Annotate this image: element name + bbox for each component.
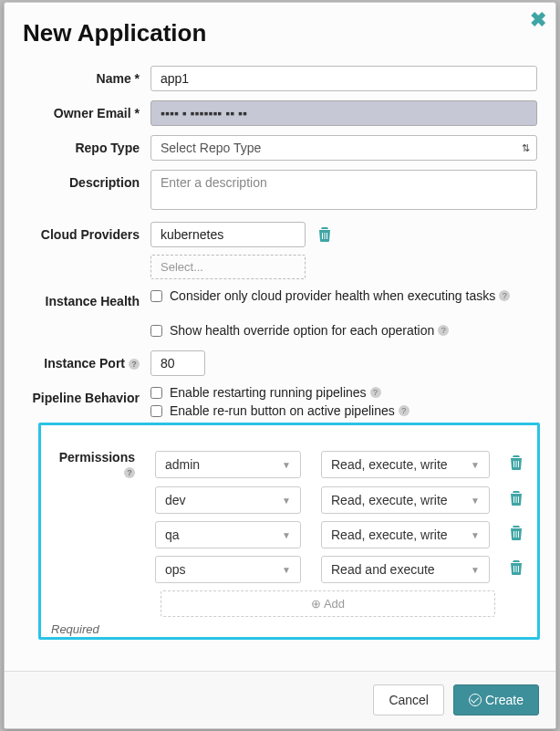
chevron-down-icon: ▼ bbox=[471, 460, 480, 470]
pipeline-behavior-label: Pipeline Behavior bbox=[23, 385, 150, 411]
help-icon[interactable]: ? bbox=[438, 325, 449, 336]
help-icon[interactable]: ? bbox=[499, 290, 510, 301]
repo-type-select[interactable]: Select Repo Type bbox=[150, 135, 537, 161]
chevron-down-icon: ▼ bbox=[471, 565, 480, 575]
permission-level-dropdown[interactable]: Read, execute, write▼ bbox=[321, 451, 490, 478]
instance-port-label: Instance Port? bbox=[23, 350, 150, 376]
repo-type-label: Repo Type bbox=[23, 135, 150, 161]
checkbox-input[interactable] bbox=[150, 387, 162, 399]
permission-level-dropdown[interactable]: Read and execute▼ bbox=[321, 556, 490, 583]
chevron-down-icon: ▼ bbox=[282, 565, 291, 575]
cloud-provider-select[interactable]: Select... bbox=[150, 255, 306, 279]
owner-email-label: Owner Email * bbox=[23, 100, 150, 126]
health-only-provider-checkbox[interactable]: Consider only cloud provider health when… bbox=[150, 288, 537, 303]
description-textarea[interactable] bbox=[150, 170, 537, 210]
owner-email-input[interactable]: ▪▪▪▪ ▪ ▪▪▪▪▪▪▪ ▪▪ ▪▪ bbox=[150, 100, 537, 126]
help-icon[interactable]: ? bbox=[370, 387, 381, 398]
checkbox-label: Enable restarting running pipelines bbox=[170, 385, 367, 400]
dropdown-value: Read, execute, write bbox=[331, 457, 448, 472]
modal-header: New Application ✖ bbox=[5, 3, 555, 47]
help-icon[interactable]: ? bbox=[124, 467, 135, 478]
required-note: Required bbox=[51, 622, 99, 636]
create-label: Create bbox=[485, 693, 524, 707]
pipeline-restart-checkbox[interactable]: Enable restarting running pipelines ? bbox=[150, 385, 537, 400]
help-icon[interactable]: ? bbox=[399, 405, 410, 416]
trash-icon[interactable] bbox=[510, 491, 523, 509]
name-label: Name * bbox=[23, 66, 150, 91]
cloud-providers-label: Cloud Providers bbox=[23, 222, 150, 247]
checkbox-label: Consider only cloud provider health when… bbox=[170, 288, 495, 303]
checkbox-input[interactable] bbox=[150, 325, 162, 337]
permission-level-dropdown[interactable]: Read, execute, write▼ bbox=[321, 521, 490, 548]
name-input[interactable] bbox=[150, 66, 537, 91]
trash-icon[interactable] bbox=[318, 230, 331, 245]
permission-role-dropdown[interactable]: ops▼ bbox=[155, 556, 301, 583]
new-application-modal: New Application ✖ Name * Owner Email * ▪… bbox=[4, 2, 556, 729]
close-icon[interactable]: ✖ bbox=[530, 10, 546, 30]
trash-icon[interactable] bbox=[510, 560, 523, 579]
checkbox-input[interactable] bbox=[150, 405, 162, 417]
health-override-checkbox[interactable]: Show health override option for each ope… bbox=[150, 323, 537, 338]
modal-footer: Cancel Create bbox=[5, 671, 555, 728]
dropdown-value: Read, execute, write bbox=[331, 493, 448, 507]
dropdown-value: qa bbox=[165, 527, 180, 542]
instance-health-label: Instance Health bbox=[23, 288, 150, 314]
dropdown-value: ops bbox=[165, 562, 186, 577]
permission-role-dropdown[interactable]: dev▼ bbox=[155, 486, 301, 514]
trash-icon[interactable] bbox=[510, 526, 523, 544]
cancel-button[interactable]: Cancel bbox=[373, 684, 444, 715]
pipeline-rerun-checkbox[interactable]: Enable re-run button on active pipelines… bbox=[150, 403, 537, 418]
permission-level-dropdown[interactable]: Read, execute, write▼ bbox=[321, 486, 490, 514]
check-circle-icon bbox=[469, 694, 482, 706]
create-button[interactable]: Create bbox=[453, 684, 539, 715]
dropdown-value: Read, execute, write bbox=[331, 527, 448, 542]
checkbox-input[interactable] bbox=[150, 290, 162, 302]
chevron-down-icon: ▼ bbox=[471, 530, 480, 540]
add-label: Add bbox=[324, 597, 345, 611]
permission-role-dropdown[interactable]: admin▼ bbox=[155, 451, 301, 478]
permission-role-dropdown[interactable]: qa▼ bbox=[155, 521, 301, 548]
cloud-provider-tag[interactable]: kubernetes bbox=[150, 222, 306, 247]
checkbox-label: Enable re-run button on active pipelines bbox=[170, 403, 395, 418]
chevron-down-icon: ▼ bbox=[282, 530, 291, 540]
checkbox-label: Show health override option for each ope… bbox=[170, 323, 434, 338]
chevron-down-icon: ▼ bbox=[282, 460, 291, 470]
description-label: Description bbox=[23, 170, 150, 195]
add-permission-button[interactable]: ⊕ Add bbox=[161, 590, 495, 617]
permissions-section: Permissions ?admin▼Read, execute, write▼… bbox=[38, 423, 540, 640]
help-icon[interactable]: ? bbox=[129, 359, 140, 370]
plus-circle-icon: ⊕ bbox=[311, 597, 321, 611]
dropdown-value: admin bbox=[165, 457, 200, 472]
chevron-down-icon: ▼ bbox=[282, 496, 291, 506]
dropdown-value: dev bbox=[165, 493, 186, 507]
modal-title: New Application bbox=[23, 19, 537, 47]
chevron-down-icon: ▼ bbox=[471, 496, 480, 506]
trash-icon[interactable] bbox=[510, 455, 523, 474]
permissions-label: Permissions ? bbox=[44, 450, 135, 479]
instance-port-input[interactable] bbox=[150, 350, 205, 376]
dropdown-value: Read and execute bbox=[331, 562, 435, 577]
